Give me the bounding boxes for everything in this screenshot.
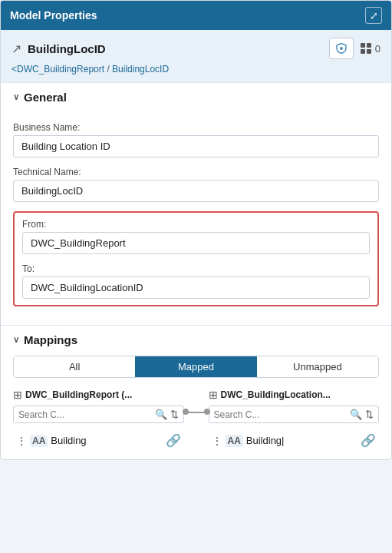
left-row-name: Building [51, 435, 162, 446]
expand-button[interactable]: ⤢ [365, 7, 382, 24]
entity-bar: ↗ BuildingLocID 0 [1, 30, 391, 62]
breadcrumb-current: BuildingLocID [112, 64, 169, 75]
entity-name: BuildingLocID [28, 42, 106, 55]
mappings-section-header[interactable]: ∨ Mappings [13, 333, 379, 346]
breadcrumb-parent[interactable]: <DWC_BuildingReport [12, 64, 104, 75]
from-to-box: From: To: [13, 211, 379, 306]
svg-rect-2 [367, 43, 371, 48]
mappings-section-label: Mappings [24, 333, 77, 346]
to-input[interactable] [22, 276, 370, 299]
business-name-group: Business Name: [13, 122, 379, 157]
business-name-label: Business Name: [13, 122, 379, 133]
shield-icon [335, 42, 348, 55]
expand-icon: ⤢ [370, 10, 378, 22]
left-col-header: ⊞ DWC_BuildingReport (... [13, 389, 184, 401]
right-col-title: DWC_BuildingLocation... [221, 389, 331, 400]
mapping-left-column: ⊞ DWC_BuildingReport (... 🔍 ⇅ ⋮ AA Build… [13, 389, 184, 452]
right-search-icon: 🔍 [350, 409, 362, 420]
panel-header: Model Properties ⤢ [1, 1, 391, 30]
shield-button[interactable] [329, 38, 354, 59]
svg-point-0 [340, 47, 343, 50]
svg-rect-1 [361, 43, 365, 48]
right-row-name: Building| [246, 435, 357, 446]
right-col-header: ⊞ DWC_BuildingLocation... [209, 389, 380, 401]
technical-name-input[interactable] [13, 180, 379, 202]
svg-rect-4 [367, 49, 371, 54]
connector-line [186, 412, 207, 413]
right-col-icon: ⊞ [209, 389, 218, 401]
svg-rect-3 [361, 49, 365, 54]
general-section-header[interactable]: ∨ General [13, 91, 379, 104]
to-label: To: [22, 263, 370, 274]
left-row-link-icon[interactable]: 🔗 [166, 433, 181, 448]
general-section: ∨ General [1, 82, 391, 104]
entity-actions: 0 [329, 38, 380, 59]
grid-count: 0 [375, 43, 380, 55]
right-row-menu-icon[interactable]: ⋮ [212, 435, 222, 447]
model-properties-panel: Model Properties ⤢ ↗ BuildingLocID [0, 0, 392, 460]
mapping-columns-row: ⊞ DWC_BuildingReport (... 🔍 ⇅ ⋮ AA Build… [13, 389, 379, 452]
business-name-input[interactable] [13, 135, 379, 157]
entity-type-icon: ↗ [12, 41, 21, 56]
left-map-row: ⋮ AA Building 🔗 [13, 429, 184, 452]
left-row-type: AA [30, 435, 48, 447]
from-input[interactable] [22, 232, 370, 254]
right-search-row: 🔍 ⇅ [209, 406, 380, 423]
grid-icon [360, 42, 372, 55]
left-row-menu-icon[interactable]: ⋮ [16, 435, 27, 447]
grid-button[interactable]: 0 [360, 42, 380, 55]
left-sort-icon[interactable]: ⇅ [170, 409, 179, 420]
right-map-row: ⋮ AA Building| 🔗 [209, 429, 380, 452]
panel-title: Model Properties [10, 9, 97, 22]
from-label: From: [22, 219, 370, 230]
general-chevron-icon: ∨ [13, 92, 19, 102]
left-col-icon: ⊞ [13, 389, 22, 401]
tab-all[interactable]: All [14, 356, 135, 377]
to-group: To: [22, 263, 370, 299]
technical-name-label: Technical Name: [13, 167, 379, 177]
right-search-input[interactable] [214, 409, 348, 420]
from-group: From: [22, 219, 370, 254]
mapping-tabs: All Mapped Unmapped [13, 356, 379, 378]
right-sort-icon[interactable]: ⇅ [365, 409, 374, 420]
general-fields: Business Name: Technical Name: From: To: [1, 113, 391, 325]
left-col-title: DWC_BuildingReport (... [25, 389, 132, 400]
breadcrumb: <DWC_BuildingReport / BuildingLocID [1, 62, 391, 82]
mappings-section: ∨ Mappings All Mapped Unmapped ⊞ DWC_Bui… [1, 325, 391, 459]
mapping-right-column: ⊞ DWC_BuildingLocation... 🔍 ⇅ ⋮ AA Build… [209, 389, 380, 452]
right-row-link-icon[interactable]: 🔗 [361, 433, 376, 448]
left-search-icon: 🔍 [155, 409, 167, 420]
general-section-label: General [24, 91, 67, 104]
tab-mapped[interactable]: Mapped [135, 356, 256, 377]
left-search-input[interactable] [18, 409, 152, 420]
left-search-row: 🔍 ⇅ [13, 406, 184, 423]
right-row-type: AA [226, 435, 243, 447]
connector-area [184, 389, 209, 413]
technical-name-group: Technical Name: [13, 167, 379, 202]
tab-unmapped[interactable]: Unmapped [257, 356, 378, 377]
mappings-chevron-icon: ∨ [13, 335, 19, 345]
